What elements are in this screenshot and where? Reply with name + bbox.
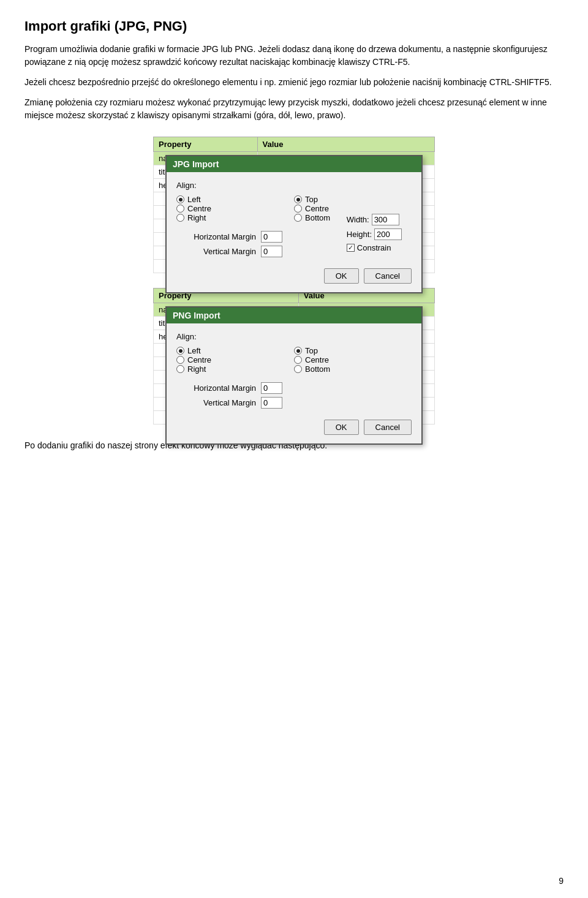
png-centre-label-1: Centre xyxy=(187,355,211,364)
jpg-dialog-buttons: OK Cancel xyxy=(176,266,412,284)
png-vert-margin-row: Vertical Margin xyxy=(176,397,412,409)
jpg-dialog-area: Property Value name Strona 1 title Mój p… xyxy=(24,137,564,273)
png-centre-radio-1[interactable] xyxy=(176,356,184,364)
png-dialog-body: Align: Left Centre xyxy=(167,323,421,443)
horiz-margin-input[interactable] xyxy=(261,231,282,243)
constrain-row[interactable]: Constrain xyxy=(347,243,402,252)
right-radio-row[interactable]: Right xyxy=(176,213,294,222)
top-radio-row[interactable]: Top xyxy=(294,195,412,204)
paragraph-2: Jeżeli chcesz bezpośrednio przejść do ok… xyxy=(24,76,564,89)
png-bottom-label: Bottom xyxy=(305,364,330,374)
centre-radio-row-2[interactable]: Centre xyxy=(294,204,412,213)
png-left-radio-row[interactable]: Left xyxy=(176,346,294,355)
height-label: Height: xyxy=(347,230,372,239)
top-label: Top xyxy=(305,195,318,204)
value-col-header: Value xyxy=(257,137,434,152)
centre-radio-row-1[interactable]: Centre xyxy=(176,204,294,213)
vert-margin-input[interactable] xyxy=(261,246,282,257)
align-label: Align: xyxy=(176,181,412,190)
page-title: Import grafiki (JPG, PNG) xyxy=(24,18,564,34)
png-import-dialog: PNG Import Align: Left Cen xyxy=(165,306,423,445)
png-right-label: Right xyxy=(187,364,206,374)
png-cancel-button[interactable]: Cancel xyxy=(364,420,412,435)
png-top-label: Top xyxy=(305,346,318,355)
height-row: Height: xyxy=(347,228,402,240)
png-horiz-margin-row: Horizontal Margin xyxy=(176,382,412,394)
centre-label-2: Centre xyxy=(305,204,329,213)
png-left-label: Left xyxy=(187,346,201,355)
png-align-grid: Left Centre Right xyxy=(176,346,412,374)
png-bottom-radio-row[interactable]: Bottom xyxy=(294,364,412,374)
png-dialog-wrapper: Property Value name Strona 1 title help xyxy=(153,288,435,424)
png-vert-margin-input[interactable] xyxy=(261,397,282,409)
left-radio-row[interactable]: Left xyxy=(176,195,294,204)
png-right-radio[interactable] xyxy=(176,365,184,373)
bottom-label: Bottom xyxy=(305,213,330,222)
jpg-import-dialog: JPG Import Align: Left Cen xyxy=(165,155,423,293)
png-centre-radio-row-2[interactable]: Centre xyxy=(294,355,412,364)
centre-radio-2[interactable] xyxy=(294,205,302,213)
right-radio[interactable] xyxy=(176,214,184,222)
paragraph-3: Zmianę położenia czy rozmiaru możesz wyk… xyxy=(24,96,564,122)
png-dialog-buttons: OK Cancel xyxy=(176,417,412,435)
png-horiz-margin-label: Horizontal Margin xyxy=(176,383,256,393)
vert-margin-label: Vertical Margin xyxy=(176,247,256,256)
align-options-col1: Left Centre Right xyxy=(176,195,294,222)
png-horiz-margin-input[interactable] xyxy=(261,382,282,394)
png-align-label: Align: xyxy=(176,332,412,341)
png-ok-button[interactable]: OK xyxy=(324,420,359,435)
jpg-dialog-wrapper: Property Value name Strona 1 title Mój p… xyxy=(153,137,435,273)
bottom-radio[interactable] xyxy=(294,214,302,222)
png-margin-rows: Horizontal Margin Vertical Margin xyxy=(176,382,412,409)
centre-label-1: Centre xyxy=(187,204,211,213)
top-radio[interactable] xyxy=(294,195,302,203)
png-centre-radio-2[interactable] xyxy=(294,356,302,364)
width-label: Width: xyxy=(347,215,369,224)
right-label: Right xyxy=(187,213,206,222)
constrain-label: Constrain xyxy=(357,243,391,252)
constrain-checkbox[interactable] xyxy=(347,244,355,252)
left-label: Left xyxy=(187,195,201,204)
png-dialog-area: Property Value name Strona 1 title help xyxy=(24,288,564,424)
width-input[interactable] xyxy=(372,214,399,225)
png-centre-label-2: Centre xyxy=(305,355,329,364)
width-row: Width: xyxy=(347,214,402,225)
left-radio[interactable] xyxy=(176,195,184,203)
png-align-options-col2: Top Centre Bottom xyxy=(294,346,412,374)
png-dialog-title: PNG Import xyxy=(167,308,421,323)
png-top-radio-row[interactable]: Top xyxy=(294,346,412,355)
centre-radio-1[interactable] xyxy=(176,205,184,213)
png-vert-margin-label: Vertical Margin xyxy=(176,398,256,407)
png-left-radio[interactable] xyxy=(176,347,184,355)
jpg-cancel-button[interactable]: Cancel xyxy=(364,268,412,284)
jpg-ok-button[interactable]: OK xyxy=(324,268,359,284)
width-height-section: Width: Height: Constrain xyxy=(347,214,402,252)
jpg-dialog-body: Align: Left Centre xyxy=(167,172,421,292)
png-align-options-col1: Left Centre Right xyxy=(176,346,294,374)
height-input[interactable] xyxy=(374,228,402,240)
jpg-dialog-title: JPG Import xyxy=(167,156,421,172)
png-bottom-radio[interactable] xyxy=(294,365,302,373)
png-centre-radio-row-1[interactable]: Centre xyxy=(176,355,294,364)
prop-col-header: Property xyxy=(154,137,258,152)
png-top-radio[interactable] xyxy=(294,347,302,355)
png-right-radio-row[interactable]: Right xyxy=(176,364,294,374)
paragraph-1: Program umożliwia dodanie grafiki w form… xyxy=(24,43,564,69)
horiz-margin-label: Horizontal Margin xyxy=(176,232,256,241)
